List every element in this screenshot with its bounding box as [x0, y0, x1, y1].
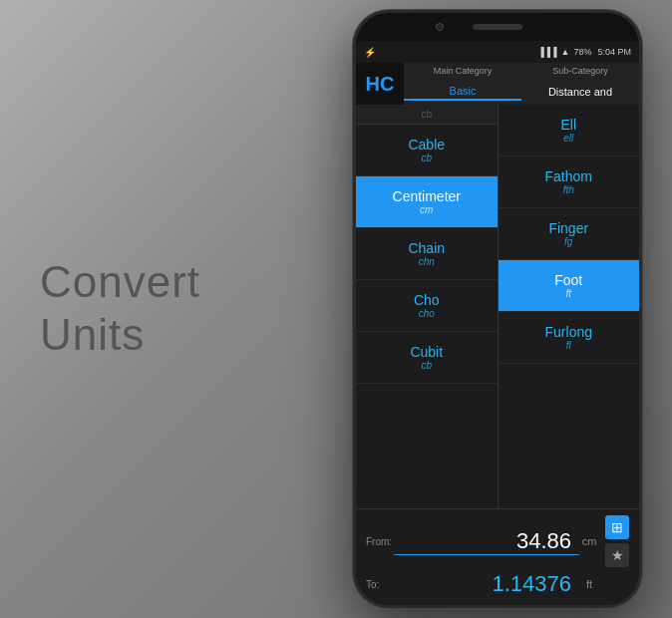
left-unit-column: cb Cable cb Centimeter cm Chain chn [356, 105, 499, 508]
to-unit: ft [579, 578, 599, 590]
app-header: HC Main Category Sub-Category Basic Dist… [356, 63, 639, 105]
list-item-foot[interactable]: Foot ft [499, 260, 640, 312]
list-item-fathom[interactable]: Fathom fth [499, 156, 640, 208]
tagline-line2: Units [40, 309, 200, 362]
to-row: To: 1.14376 ft [366, 571, 629, 597]
conversion-actions: ⊞ ★ [605, 515, 629, 567]
list-item[interactable]: Furlong fl [499, 312, 640, 364]
favorite-icon[interactable]: ★ [605, 543, 629, 567]
usb-icon: ⚡ [364, 47, 376, 58]
phone-top-bezel [356, 13, 639, 41]
right-unit-column: Ell ell Fathom fth Finger fg Foot ft [499, 105, 640, 508]
from-value[interactable]: 34.86 [394, 528, 579, 555]
header-tabs: Main Category Sub-Category Basic Distanc… [404, 63, 639, 105]
tab-distance[interactable]: Distance and [521, 84, 639, 100]
app-logo: HC [356, 63, 404, 105]
list-item[interactable]: Finger fg [499, 208, 640, 260]
list-item[interactable]: Cable cb [356, 125, 498, 176]
tab-labels: Main Category Sub-Category [404, 63, 639, 79]
phone-camera [436, 23, 444, 31]
tab-basic[interactable]: Basic [404, 83, 521, 101]
phone-bottom-bezel [356, 605, 639, 608]
clock: 5:04 PM [597, 47, 631, 57]
phone-speaker [473, 24, 522, 30]
list-item-centimeter[interactable]: Centimeter cm [356, 176, 498, 228]
hidden-top-item: cb [356, 105, 498, 125]
from-label: From: [366, 536, 394, 547]
list-item[interactable]: Chain chn [356, 228, 498, 280]
tagline-line1: Convert [40, 256, 200, 309]
status-bar: ⚡ ▐▐▐ ▲ 78% 5:04 PM [356, 41, 639, 63]
to-label: To: [366, 579, 394, 590]
tab-buttons[interactable]: Basic Distance and [404, 79, 639, 105]
unit-lists: cb Cable cb Centimeter cm Chain chn [356, 105, 639, 508]
calculator-icon[interactable]: ⊞ [605, 515, 629, 539]
app-content: HC Main Category Sub-Category Basic Dist… [356, 63, 639, 605]
list-item[interactable]: Ell ell [499, 105, 640, 156]
from-row: From: 34.86 cm ⊞ ★ [366, 515, 629, 567]
main-category-label: Main Category [404, 66, 521, 76]
battery-level: 78% [573, 47, 591, 57]
conversion-bar: From: 34.86 cm ⊞ ★ To: 1.14376 ft [356, 508, 639, 605]
phone-device: ⚡ ▐▐▐ ▲ 78% 5:04 PM HC Main Category Sub… [353, 10, 642, 608]
list-item[interactable]: Cho cho [356, 280, 498, 332]
from-unit: cm [579, 535, 599, 547]
sub-category-label: Sub-Category [521, 66, 639, 76]
app-tagline: Convert Units [40, 256, 200, 362]
list-item[interactable]: Cubit cb [356, 332, 498, 384]
to-value: 1.14376 [394, 571, 579, 597]
wifi-icon: ▲ [561, 47, 570, 57]
signal-icon: ▐▐▐ [537, 47, 556, 57]
